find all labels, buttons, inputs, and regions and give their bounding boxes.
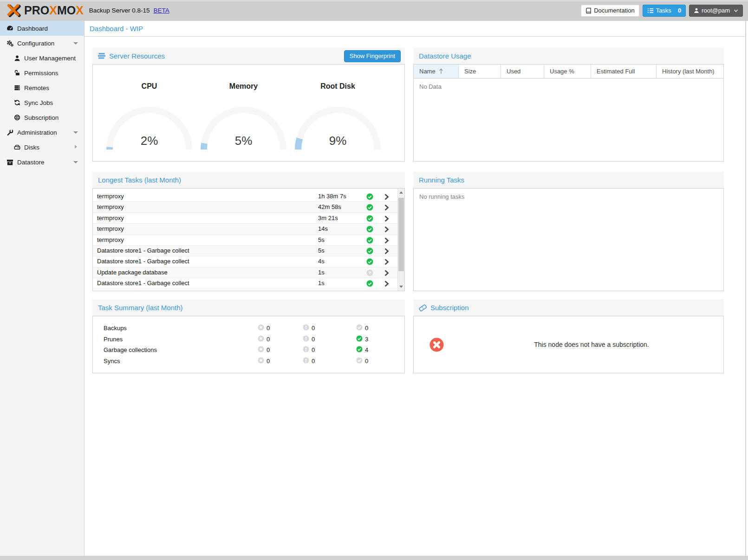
chevron-right-icon[interactable] — [384, 259, 389, 265]
ok-status-icon — [366, 226, 373, 233]
chevron-right-icon[interactable] — [384, 194, 389, 200]
task-row[interactable]: Datastore store1 - Garbage collect 1s — [93, 278, 404, 289]
book-icon — [585, 7, 592, 14]
sync-icon — [14, 99, 20, 106]
ok-status-icon — [366, 258, 373, 265]
warning-count: 0 — [312, 358, 315, 365]
error-count: 0 — [267, 346, 270, 353]
warning-status-icon — [303, 346, 309, 354]
memory-gauge: Memory 5% — [196, 65, 291, 161]
column-header-estimated-full[interactable]: Estimated Full — [591, 65, 657, 78]
scroll-down-icon[interactable] — [399, 286, 403, 288]
column-header-name[interactable]: Name — [414, 65, 459, 78]
column-header-used[interactable]: Used — [501, 65, 544, 78]
task-name: termproxy — [97, 202, 124, 213]
ok-status-icon — [366, 280, 373, 287]
task-name: Datastore store1 - Garbage collect — [97, 256, 189, 267]
task-row[interactable]: termproxy 3m 21s — [93, 213, 404, 224]
ok-status-icon — [356, 324, 363, 332]
warning-count: 0 — [312, 346, 315, 353]
task-duration: 1s — [318, 267, 325, 278]
task-row[interactable]: Update package database 1s ? — [93, 267, 404, 278]
ok-status-icon — [366, 193, 373, 200]
scroll-up-icon[interactable] — [399, 191, 403, 194]
beta-link[interactable]: BETA — [153, 7, 169, 14]
error-status-icon — [258, 324, 264, 332]
warning-status-icon — [303, 324, 309, 332]
hdd-icon — [14, 144, 20, 150]
panel-title: Server Resources — [109, 52, 165, 60]
sidebar-item-subscription[interactable]: Subscription — [1, 110, 84, 125]
chevron-right-icon[interactable] — [384, 270, 389, 276]
sidebar-item-permissions[interactable]: Permissions — [1, 65, 84, 80]
task-duration: 1h 38m 7s — [318, 191, 346, 202]
task-name: Datastore store1 - Garbage collect — [97, 246, 189, 256]
panel-title: Datastore Usage — [419, 52, 471, 60]
task-row[interactable]: termproxy 42m 58s — [93, 202, 404, 213]
sidebar-item-dashboard[interactable]: Dashboard — [0, 21, 84, 36]
gears-icon — [7, 40, 13, 47]
server-resources-icon — [98, 52, 105, 59]
ok-status-icon — [356, 346, 363, 354]
ok-count: 0 — [365, 325, 368, 332]
tasks-button[interactable]: Tasks 0 — [643, 5, 686, 17]
summary-label: Backups — [104, 323, 127, 334]
longest-tasks-list: termproxy 1h 38m 7s termproxy 42m 58s te… — [93, 189, 404, 291]
task-row[interactable]: Datastore store1 - Garbage collect 5s — [93, 246, 404, 256]
chevron-right-icon[interactable] — [384, 248, 389, 254]
no-data-text: No Data — [414, 78, 723, 95]
caret-down-icon — [73, 131, 78, 134]
warning-status-icon — [303, 357, 309, 365]
user-icon — [14, 55, 20, 61]
sidebar-item-configuration[interactable]: Configuration — [1, 36, 84, 51]
task-row[interactable]: termproxy 5s — [93, 235, 404, 246]
unlock-icon — [14, 70, 20, 76]
server-resources-panel: Server Resources Show Fingerprint CPU 2% — [92, 48, 405, 162]
wrench-icon — [7, 129, 13, 136]
task-name: Update package database — [97, 267, 168, 278]
chevron-right-icon[interactable] — [384, 280, 389, 287]
panel-title: Subscription — [430, 304, 469, 312]
subscription-message: This node does not have a subscription. — [460, 316, 723, 373]
user-menu-button[interactable]: root@pam — [689, 5, 743, 17]
warning-count: 0 — [312, 336, 315, 343]
task-duration: 42m 58s — [318, 202, 341, 213]
error-status-icon — [258, 346, 264, 354]
sidebar-item-disks[interactable]: Disks — [1, 140, 84, 155]
warning-count: 0 — [312, 325, 315, 332]
show-fingerprint-button[interactable]: Show Fingerprint — [344, 50, 401, 62]
scrollbar-thumb[interactable] — [398, 198, 404, 271]
error-count: 0 — [267, 325, 270, 332]
summary-label: Garbage collections — [104, 345, 157, 356]
sidebar-item-remotes[interactable]: Remotes — [1, 80, 84, 95]
sidebar-item-administration[interactable]: Administration — [1, 125, 84, 140]
column-header-usage-pct[interactable]: Usage % — [544, 65, 591, 78]
task-duration: 5s — [318, 246, 325, 256]
cpu-gauge: CPU 2% — [102, 65, 196, 161]
task-row[interactable]: Datastore store1 - Garbage collect 4s — [93, 256, 404, 267]
chevron-right-icon[interactable] — [384, 204, 389, 211]
sidebar: Dashboard Configuration User Management — [0, 21, 85, 556]
caret-down-icon — [73, 42, 78, 45]
sidebar-item-datastore[interactable]: Datastore — [1, 155, 84, 169]
dashboard-icon — [7, 25, 13, 32]
chevron-right-icon[interactable] — [384, 215, 389, 222]
ok-status-icon — [356, 335, 363, 343]
ok-count: 0 — [365, 358, 368, 365]
no-running-tasks-text: No running tasks — [414, 189, 723, 205]
column-header-size[interactable]: Size — [459, 65, 501, 78]
task-summary-row: Backups 0 0 0 — [93, 323, 404, 334]
task-row[interactable]: termproxy 14s — [93, 224, 404, 234]
documentation-button[interactable]: Documentation — [581, 5, 639, 17]
scrollbar[interactable] — [397, 189, 404, 291]
sidebar-item-sync-jobs[interactable]: Sync Jobs — [1, 95, 84, 110]
sidebar-item-user-management[interactable]: User Management — [1, 51, 84, 65]
ok-status-icon — [366, 215, 373, 222]
task-name: termproxy — [97, 224, 124, 234]
proxmox-logo-text: PROXMOX — [24, 4, 84, 17]
task-row[interactable]: termproxy 1h 38m 7s — [93, 191, 404, 202]
running-tasks-panel: Running Tasks No running tasks — [413, 172, 724, 291]
column-header-history[interactable]: History (last Month) — [657, 65, 723, 78]
chevron-right-icon[interactable] — [384, 226, 389, 233]
chevron-right-icon[interactable] — [384, 237, 389, 244]
